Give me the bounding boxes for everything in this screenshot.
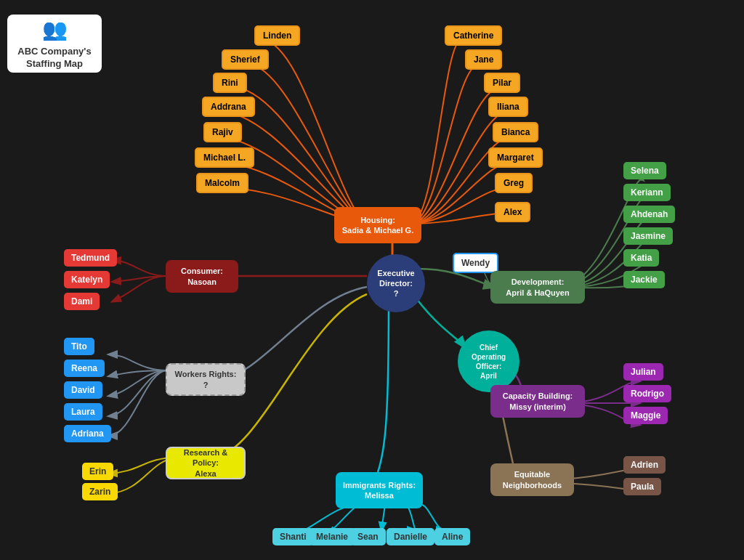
staff-alex[interactable]: Alex bbox=[495, 202, 530, 222]
staff-rodrigo[interactable]: Rodrigo bbox=[623, 385, 671, 402]
dept-research[interactable]: Research & Policy:Alexa bbox=[166, 447, 246, 479]
staff-laura[interactable]: Laura bbox=[64, 403, 102, 421]
staff-dami[interactable]: Dami bbox=[64, 293, 100, 310]
staffing-map: 👥 ABC Company's Staffing Map ExecutiveDi… bbox=[0, 0, 744, 560]
staff-malcolm[interactable]: Malcolm bbox=[196, 173, 248, 193]
center-label: ExecutiveDirector:? bbox=[377, 268, 414, 299]
immigrants-label: Immigrants Rights:Melissa bbox=[343, 480, 416, 501]
dept-immigrants[interactable]: Immigrants Rights:Melissa bbox=[336, 472, 423, 508]
staff-rini[interactable]: Rini bbox=[213, 73, 247, 93]
staff-danielle[interactable]: Danielle bbox=[387, 528, 434, 545]
staff-bianca[interactable]: Bianca bbox=[493, 122, 538, 142]
staff-catherine[interactable]: Catherine bbox=[445, 25, 502, 46]
dept-capacity[interactable]: Capacity Building:Missy (interim) bbox=[490, 385, 585, 418]
staff-adrien[interactable]: Adrien bbox=[623, 456, 666, 474]
staff-aline[interactable]: Aline bbox=[434, 528, 470, 545]
logo-box: 👥 ABC Company's Staffing Map bbox=[7, 15, 102, 73]
staff-pilar[interactable]: Pilar bbox=[484, 73, 520, 93]
staff-margaret[interactable]: Margaret bbox=[488, 147, 543, 168]
staff-rajiv[interactable]: Rajiv bbox=[203, 122, 242, 142]
dept-workers[interactable]: Workers Rights:? bbox=[166, 363, 246, 396]
staff-jackie[interactable]: Jackie bbox=[623, 271, 665, 288]
logo-label: ABC Company's Staffing Map bbox=[7, 46, 102, 70]
coo-label: ChiefOperatingOfficer:April bbox=[472, 343, 506, 381]
staff-zarin[interactable]: Zarin bbox=[82, 483, 118, 500]
staff-linden[interactable]: Linden bbox=[254, 25, 300, 46]
workers-label: Workers Rights:? bbox=[175, 369, 237, 390]
staff-tedmund[interactable]: Tedmund bbox=[64, 249, 117, 267]
capacity-label: Capacity Building:Missy (interim) bbox=[503, 391, 573, 412]
staff-paula[interactable]: Paula bbox=[623, 478, 661, 495]
staff-david[interactable]: David bbox=[64, 381, 102, 399]
staff-adriana[interactable]: Adriana bbox=[64, 425, 111, 442]
staff-shanti[interactable]: Shanti bbox=[272, 528, 314, 545]
consumer-label: Consumer:Nasoan bbox=[181, 266, 223, 287]
development-label: Development:April & HaQuyen bbox=[506, 277, 569, 298]
staff-maggie[interactable]: Maggie bbox=[623, 407, 668, 424]
logo-icon: 👥 bbox=[42, 17, 68, 43]
staff-erin[interactable]: Erin bbox=[82, 463, 113, 480]
staff-jasmine[interactable]: Jasmine bbox=[623, 227, 673, 245]
staff-ahdenah[interactable]: Ahdenah bbox=[623, 206, 675, 223]
staff-katelyn[interactable]: Katelyn bbox=[64, 271, 110, 288]
staff-keriann[interactable]: Keriann bbox=[623, 184, 671, 201]
staff-wendy[interactable]: Wendy bbox=[453, 253, 498, 273]
dept-coo[interactable]: ChiefOperatingOfficer:April bbox=[458, 330, 519, 392]
staff-selena[interactable]: Selena bbox=[623, 162, 666, 179]
staff-addrana[interactable]: Addrana bbox=[202, 97, 255, 117]
staff-katia[interactable]: Katia bbox=[623, 249, 659, 267]
dept-development[interactable]: Development:April & HaQuyen bbox=[490, 271, 585, 304]
equitable-label: EquitableNeighborhoods bbox=[503, 469, 562, 490]
staff-iliana[interactable]: Iliana bbox=[488, 97, 528, 117]
staff-sherief[interactable]: Sherief bbox=[222, 49, 269, 70]
dept-consumer[interactable]: Consumer:Nasoan bbox=[166, 260, 238, 293]
dept-housing[interactable]: Housing:Sadia & Michael G. bbox=[334, 207, 421, 243]
staff-michael-l[interactable]: Michael L. bbox=[195, 147, 254, 168]
center-node[interactable]: ExecutiveDirector:? bbox=[367, 254, 425, 312]
staff-melanie[interactable]: Melanie bbox=[309, 528, 355, 545]
staff-tito[interactable]: Tito bbox=[64, 338, 94, 355]
staff-jane[interactable]: Jane bbox=[465, 49, 502, 70]
staff-reena[interactable]: Reena bbox=[64, 360, 105, 377]
housing-label: Housing:Sadia & Michael G. bbox=[342, 215, 413, 236]
staff-greg[interactable]: Greg bbox=[495, 173, 533, 193]
staff-sean[interactable]: Sean bbox=[350, 528, 386, 545]
research-label: Research & Policy:Alexa bbox=[173, 447, 238, 479]
dept-equitable[interactable]: EquitableNeighborhoods bbox=[490, 463, 574, 496]
staff-julian[interactable]: Julian bbox=[623, 363, 663, 381]
